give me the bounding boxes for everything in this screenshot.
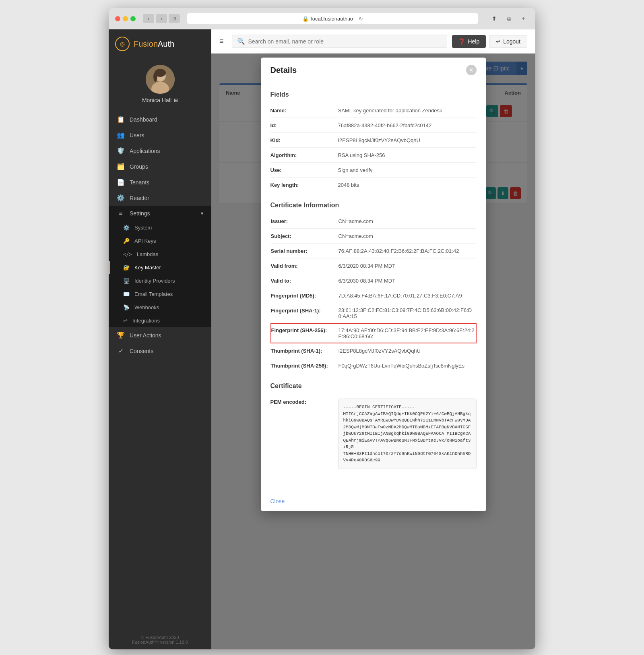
browser-window: ‹ › ⊡ 🔒 local.fusionauth.io ↻ ⬆ ⧉ + ◎ Fu…: [109, 8, 535, 649]
consents-icon: ✓: [117, 347, 125, 355]
reload-icon[interactable]: ↻: [359, 16, 363, 22]
modal-close-button[interactable]: ✕: [466, 65, 477, 75]
sidebar-item-dashboard[interactable]: 📋 Dashboard: [109, 112, 211, 127]
field-label: Valid to:: [271, 273, 335, 288]
fields-section-title: Fields: [270, 91, 477, 98]
field-row-valid-to: Valid to: 6/3/2030 08:34 PM MDT: [271, 273, 476, 288]
svg-point-5: [153, 72, 157, 82]
sidebar-item-label: Dashboard: [130, 116, 157, 123]
field-label: Fingerprint (SHA-1):: [271, 303, 335, 324]
sidebar-item-applications[interactable]: 🛡️ Applications: [109, 143, 211, 159]
sidebar-item-system[interactable]: ⚙️ System: [109, 221, 211, 234]
logo-icon: ◎: [115, 37, 130, 51]
field-value: 6/3/2020 08:34 PM MDT: [335, 258, 476, 273]
field-value: 7D:A8:45:F4:BA:6F:1A:CD:70:01:27:C3:F3:E…: [335, 288, 476, 303]
minimize-window-button[interactable]: [123, 16, 128, 21]
sidebar-item-api-keys[interactable]: 🔑 API Keys: [109, 234, 211, 248]
avatar: [146, 65, 175, 94]
back-button[interactable]: ‹: [143, 14, 154, 23]
pem-label: PEM encoded:: [270, 395, 335, 473]
sidebar-sub-label: API Keys: [134, 238, 156, 244]
system-icon: ⚙️: [123, 225, 130, 231]
lock-icon: 🔒: [302, 16, 309, 22]
sidebar-item-lambdas[interactable]: </> Lambdas: [109, 248, 211, 261]
address-bar[interactable]: 🔒 local.fusionauth.io ↻: [187, 13, 478, 24]
sidebar-item-label: Reactor: [130, 195, 149, 201]
split-view-button[interactable]: ⊡: [169, 14, 180, 23]
certificate-section: Certificate PEM encoded: -----BEGIN CERT…: [270, 382, 477, 473]
sidebar-item-email-templates[interactable]: ✉️ Email Templates: [109, 287, 211, 301]
pem-encoded-box[interactable]: -----BEGIN CERTIFICATE----- MIICrjCCAZag…: [338, 399, 477, 469]
tenants-icon: 📄: [117, 178, 125, 186]
sidebar-item-user-actions[interactable]: 🏆 User Actions: [109, 327, 211, 343]
sidebar-item-settings[interactable]: ≡ Settings ▾: [109, 206, 211, 221]
webhooks-icon: 📡: [123, 304, 130, 310]
details-modal: Details ✕ Fields Name: SAML key generat: [261, 58, 486, 511]
sidebar-avatar: Monica Hall ⊞: [109, 58, 211, 112]
share-button[interactable]: ⬆: [489, 14, 500, 23]
field-value: I2ESP8L8gcMJf0zVY2sAQvbQqhU: [335, 133, 477, 148]
field-label: Serial number:: [271, 244, 335, 258]
sidebar-item-label: Applications: [130, 148, 160, 154]
sidebar-sub-label: System: [134, 225, 152, 231]
sidebar-item-webhooks[interactable]: 📡 Webhooks: [109, 301, 211, 314]
help-button[interactable]: ❓ Help: [452, 35, 486, 48]
forward-button[interactable]: ›: [156, 14, 167, 23]
sidebar-item-label: Settings: [130, 210, 150, 217]
close-link[interactable]: Close: [270, 498, 285, 504]
sidebar-sub-label: Identity Providers: [134, 278, 175, 284]
field-row-fingerprint-md5: Fingerprint (MD5): 7D:A8:45:F4:BA:6F:1A:…: [271, 288, 476, 303]
field-row-subject: Subject: CN=acme.com: [271, 229, 476, 244]
groups-icon: 🗂️: [117, 163, 125, 170]
logo-text: FusionAuth: [134, 39, 174, 49]
sidebar-item-users[interactable]: 👥 Users: [109, 127, 211, 143]
field-row-kid: Kid: I2ESP8L8gcMJf0zVY2sAQvbQqhU: [270, 133, 477, 148]
sidebar-sub-label: Email Templates: [134, 291, 173, 297]
sidebar-item-key-master[interactable]: 🔐 Key Master: [109, 261, 211, 274]
search-box: 🔍: [232, 35, 448, 48]
field-value: 17:4A:90:AE:00:D6:CD:3E:94:BB:E2:EF:9D:3…: [335, 324, 476, 343]
app-container: ◎ FusionAuth: [109, 29, 535, 649]
menu-icon[interactable]: ≡: [219, 37, 224, 45]
sidebar-item-reactor[interactable]: ⚙️ Reactor: [109, 190, 211, 206]
integrations-icon: ⇌: [123, 318, 128, 324]
lambdas-icon: </>: [123, 252, 132, 257]
pem-value: -----BEGIN CERTIFICATE----- MIICrjCCAZag…: [335, 395, 477, 473]
field-label: Thumbprint (SHA-256):: [271, 358, 335, 373]
field-label: Issuer:: [271, 214, 335, 229]
logout-button[interactable]: ↩ Logout: [489, 35, 527, 48]
sidebar-sub-label: Integrations: [132, 318, 160, 324]
search-input[interactable]: [248, 38, 442, 45]
traffic-lights: [115, 16, 136, 21]
sidebar-item-integrations[interactable]: ⇌ Integrations: [109, 314, 211, 327]
field-row-fingerprint-sha256: Fingerprint (SHA-256): 17:4A:90:AE:00:D6…: [271, 324, 476, 343]
field-label: Algorithm:: [270, 148, 335, 163]
topbar: ≡ 🔍 ❓ Help ↩ Logout: [211, 29, 535, 54]
field-label: Id:: [270, 118, 335, 133]
search-icon: 🔍: [237, 37, 245, 45]
new-tab-button[interactable]: +: [518, 14, 529, 23]
sidebar-item-identity-providers[interactable]: 🖥️ Identity Providers: [109, 274, 211, 287]
field-value: 6/3/2030 08:34 PM MDT: [335, 273, 476, 288]
field-value: I2ESP8L8gcMJf0zVY2sAQvbQqhU: [335, 343, 476, 358]
field-value: SAML key generated for application Zende…: [335, 103, 477, 118]
main-content: ≡ 🔍 ❓ Help ↩ Logout: [211, 29, 535, 649]
field-label: Fingerprint (MD5):: [271, 288, 335, 303]
sidebar-item-consents[interactable]: ✓ Consents: [109, 343, 211, 359]
maximize-window-button[interactable]: [130, 16, 136, 21]
field-value: 76af882a-4382-40f2-b662-2fbafc2c0142: [335, 118, 477, 133]
sidebar-item-label: Users: [130, 132, 144, 138]
browser-nav: ‹ › ⊡: [143, 14, 180, 23]
close-window-button[interactable]: [115, 16, 120, 21]
reactor-icon: ⚙️: [117, 194, 125, 202]
sidebar-item-tenants[interactable]: 📄 Tenants: [109, 174, 211, 190]
field-row-issuer: Issuer: CN=acme.com: [271, 214, 476, 229]
duplicate-tab-button[interactable]: ⧉: [503, 14, 514, 23]
sidebar-item-groups[interactable]: 🗂️ Groups: [109, 159, 211, 174]
modal-overlay: Details ✕ Fields Name: SAML key generat: [211, 54, 535, 649]
sidebar-sub-label: Lambdas: [137, 251, 158, 257]
sidebar-item-label: Groups: [130, 163, 148, 170]
field-label: Kid:: [270, 133, 335, 148]
user-menu-icon[interactable]: ⊞: [174, 97, 178, 103]
field-label: Use:: [270, 163, 335, 178]
